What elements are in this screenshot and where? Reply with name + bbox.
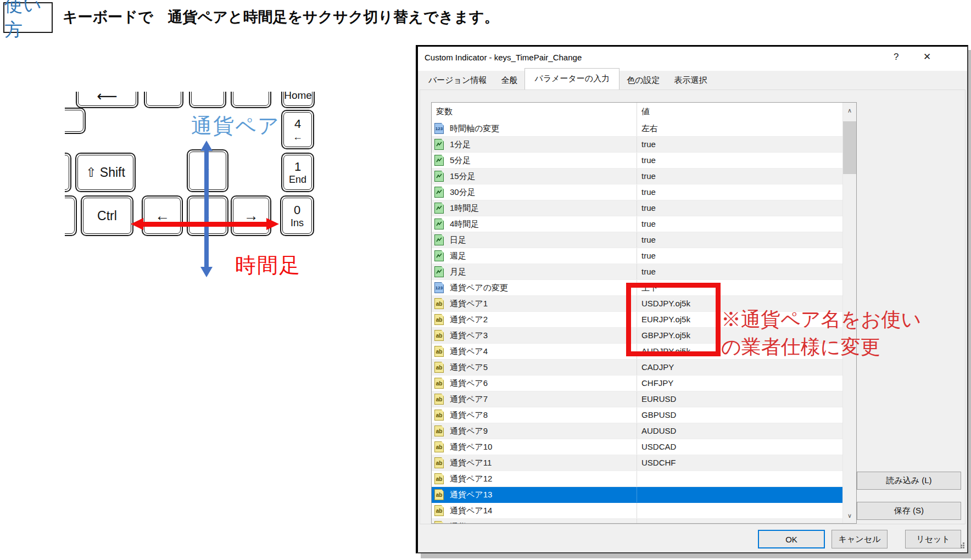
table-row[interactable]: 123 通貨ペアの変更 上下 [432, 280, 843, 296]
cancel-button[interactable]: キャンセル [832, 530, 888, 548]
param-label: 週足 [450, 251, 466, 261]
vertical-arrow-head-up-icon [200, 141, 213, 151]
param-type-icon: ab [434, 521, 444, 523]
table-row[interactable]: ab 通貨ペア10 USDCAD [432, 439, 843, 455]
table-row[interactable]: 15分足 true [432, 169, 843, 184]
table-row[interactable]: 月足 true [432, 264, 843, 280]
resize-grip[interactable] [961, 545, 962, 546]
tab-4[interactable]: 表示選択 [667, 72, 715, 89]
param-label: 通貨ペア10 [450, 442, 492, 452]
param-type-icon: ab [434, 410, 444, 421]
param-type-icon [434, 187, 444, 198]
param-label: 1時間足 [450, 203, 479, 214]
param-value: CHFJPY [637, 376, 673, 391]
arrow-right-icon: → [232, 197, 270, 235]
blank-key [231, 92, 271, 108]
param-type-icon: ab [434, 362, 444, 373]
param-value: true [637, 232, 656, 248]
table-row[interactable]: ab 通貨ペア6 CHFJPY [432, 376, 843, 391]
table-row[interactable]: ab 通貨ペア8 GBPUSD [432, 407, 843, 423]
param-value: 左右 [637, 121, 658, 136]
horizontal-arrow-head-right-icon [266, 218, 279, 230]
blank-key [144, 92, 183, 108]
numpad-0-sublabel: Ins [291, 217, 304, 228]
close-icon[interactable]: ✕ [923, 51, 931, 63]
tab-1[interactable]: 全般 [494, 72, 524, 89]
param-type-icon: ab [434, 473, 444, 484]
home-key: Home [281, 92, 315, 108]
arrow-left-icon: ← [143, 197, 182, 235]
reset-button[interactable]: リセット [905, 530, 961, 548]
table-row[interactable]: ab 通貨ペア15 [432, 519, 843, 523]
param-label: 通貨ペア2 [450, 315, 488, 325]
tab-0[interactable]: バージョン情報 [421, 72, 494, 89]
table-row[interactable]: 4時間足 true [432, 216, 843, 232]
dialog-titlebar[interactable]: Custom Indicator - keys_TimePair_Change … [418, 47, 967, 71]
table-row[interactable]: ab 通貨ペア4 AUDJPY.oj5k [432, 344, 843, 360]
table-row[interactable]: ab 通貨ペア5 CADJPY [432, 360, 843, 376]
table-row[interactable]: 1分足 true [432, 137, 843, 153]
table-row[interactable]: 123 時間軸の変更 左右 [432, 121, 843, 137]
table-row[interactable]: ab 通貨ペア7 EURUSD [432, 391, 843, 407]
help-button[interactable]: ? [894, 52, 899, 63]
shift-key-label: ⇧ Shift [76, 154, 135, 191]
table-row[interactable]: 30分足 true [432, 184, 843, 200]
param-value: USDCAD [637, 439, 676, 455]
blank-key [189, 92, 226, 108]
custom-indicator-dialog: Custom Indicator - keys_TimePair_Change … [416, 45, 968, 553]
param-label: 30分足 [450, 187, 476, 198]
numpad-0-label: 0 [294, 204, 300, 217]
param-label: 通貨ペア8 [450, 410, 488, 421]
tab-3[interactable]: 色の設定 [620, 72, 667, 89]
column-header-value: 値 [637, 103, 650, 121]
param-type-icon: ab [434, 505, 444, 516]
param-label: 通貨ペア3 [450, 331, 488, 341]
param-label: 5分足 [450, 155, 471, 166]
param-value: AUDUSD [637, 423, 676, 439]
vertical-arrow-head-down-icon [200, 267, 213, 277]
table-row[interactable]: ab 通貨ペア14 [432, 503, 843, 519]
horizontal-arrow [143, 222, 266, 227]
table-header: 変数 値 [432, 103, 843, 121]
param-value: USDCHF [637, 455, 676, 471]
table-row[interactable]: 日足 true [432, 232, 843, 248]
table-rows: 123 時間軸の変更 左右 1分足 true 5分足 true 15分足 tru… [432, 121, 843, 523]
table-row[interactable]: ab 通貨ペア1 USDJPY.oj5k [432, 296, 843, 312]
save-button[interactable]: 保存 (S) [857, 502, 961, 520]
tab-2[interactable]: パラメーターの入力 [524, 68, 620, 89]
scrollbar-up-icon[interactable]: ∧ [843, 103, 856, 118]
table-row[interactable]: 1時間足 true [432, 200, 843, 216]
table-row[interactable]: ab 通貨ペア2 EURJPY.oj5k [432, 312, 843, 328]
key-fragment [65, 153, 71, 192]
table-row[interactable]: ab 通貨ペア9 AUDUSD [432, 423, 843, 439]
scrollbar-down-icon[interactable]: ∨ [843, 508, 856, 523]
table-row[interactable]: ab 通貨ペア13 [432, 487, 843, 503]
vertical-arrow [204, 150, 209, 267]
table-row[interactable]: 5分足 true [432, 153, 843, 169]
param-type-icon: ab [434, 346, 444, 357]
home-key-label: Home [282, 92, 314, 102]
param-type-icon [434, 234, 444, 245]
param-value: GBPJPY.oj5k [637, 328, 690, 343]
param-value: true [637, 248, 656, 264]
param-label: 通貨ペア6 [450, 378, 488, 389]
scrollbar-thumb[interactable] [843, 121, 856, 174]
table-row[interactable]: ab 通貨ペア12 [432, 471, 843, 487]
param-type-icon: ab [434, 394, 444, 405]
table-row[interactable]: ab 通貨ペア3 GBPJPY.oj5k [432, 328, 843, 344]
timeframe-label: 時間足 [235, 251, 301, 279]
backspace-arrow-icon: ⟵ [77, 92, 137, 105]
param-label: 1分足 [450, 139, 471, 150]
table-row[interactable]: ab 通貨ペア11 USDCHF [432, 455, 843, 471]
key-fragment [65, 195, 77, 236]
table-row[interactable]: 週足 true [432, 248, 843, 264]
param-type-icon: ab [434, 441, 444, 452]
param-label: 月足 [450, 267, 466, 277]
param-label: 通貨ペア9 [450, 426, 488, 436]
param-label: 通貨ペア14 [450, 506, 492, 516]
param-label: 通貨ペア4 [450, 346, 488, 357]
column-header-variable: 変数 [436, 107, 453, 117]
ok-button[interactable]: OK [758, 530, 825, 548]
load-button[interactable]: 読み込み (L) [857, 472, 961, 490]
param-label: 通貨ペア15 [450, 522, 492, 523]
